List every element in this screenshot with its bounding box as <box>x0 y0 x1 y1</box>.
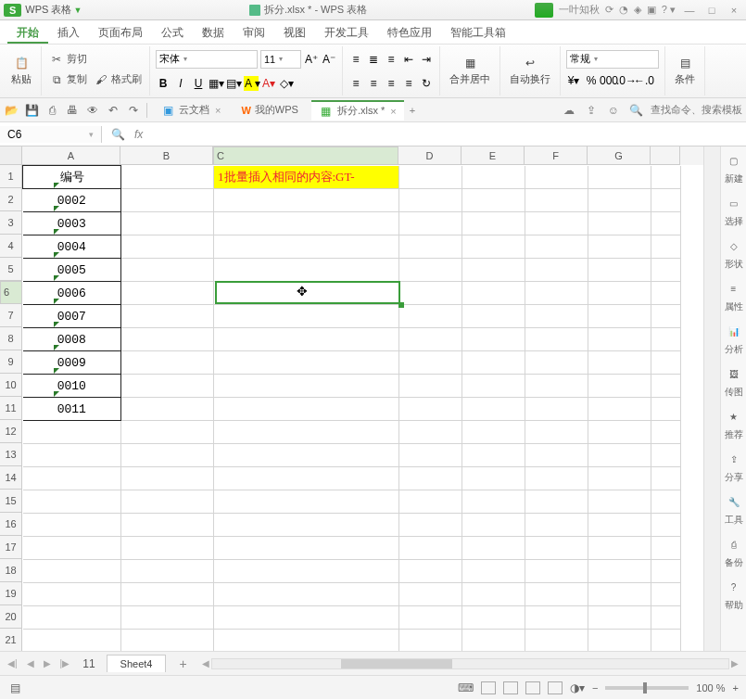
guide-icon[interactable]: ◑▾ <box>570 681 585 695</box>
sync-icon[interactable]: ⟳ <box>605 4 613 16</box>
align-mid-icon[interactable]: ≣ <box>366 52 381 67</box>
menu-data[interactable]: 数据 <box>193 20 234 44</box>
cell[interactable] <box>121 189 214 212</box>
wrap-button[interactable]: ↩自动换行 <box>506 54 554 88</box>
cell[interactable] <box>588 166 651 189</box>
cell[interactable]: 0005 <box>23 259 121 282</box>
cell[interactable] <box>462 375 525 398</box>
cell[interactable] <box>651 583 681 606</box>
right-panel-传图[interactable]: 🖼传图 <box>725 369 743 399</box>
view-normal-icon[interactable] <box>481 681 496 694</box>
cell[interactable] <box>121 375 214 398</box>
italic-button[interactable]: I <box>173 76 188 91</box>
cell[interactable] <box>525 305 588 328</box>
help-dd-icon[interactable]: ? ▾ <box>662 4 676 16</box>
cell[interactable] <box>462 351 525 375</box>
cell[interactable]: 0009 <box>23 351 121 375</box>
indent-dec-icon[interactable]: ⇤ <box>401 52 416 67</box>
cell[interactable] <box>121 305 214 328</box>
row-header[interactable]: 8 <box>0 327 22 350</box>
cell[interactable] <box>399 444 462 467</box>
cell[interactable] <box>121 560 214 583</box>
cell[interactable] <box>214 212 399 235</box>
cell[interactable] <box>588 630 651 652</box>
col-header-G[interactable]: G <box>588 146 651 165</box>
row-header[interactable]: 15 <box>0 490 22 513</box>
cell[interactable] <box>588 537 651 560</box>
cell[interactable] <box>651 351 681 375</box>
align-center-icon[interactable]: ≡ <box>366 76 381 91</box>
cell[interactable] <box>399 375 462 398</box>
row-header[interactable]: 20 <box>0 605 22 629</box>
menu-view[interactable]: 视图 <box>274 20 315 44</box>
row-header[interactable]: 19 <box>0 582 22 605</box>
cell[interactable] <box>121 490 214 514</box>
cell[interactable] <box>588 305 651 328</box>
view-reader-icon[interactable] <box>548 681 563 694</box>
cell[interactable] <box>214 606 399 630</box>
status-menu-icon[interactable]: ▤ <box>7 681 22 695</box>
cell[interactable] <box>23 467 121 490</box>
row-header[interactable]: 7 <box>0 304 22 327</box>
user-icon[interactable]: ☺ <box>606 103 621 118</box>
paste-button[interactable]: 📋 粘贴 <box>7 54 35 88</box>
cell[interactable] <box>214 421 399 444</box>
cell[interactable] <box>525 398 588 421</box>
cell[interactable] <box>399 166 462 189</box>
cell[interactable] <box>462 235 525 259</box>
cell[interactable] <box>588 490 651 514</box>
cell[interactable] <box>214 398 399 421</box>
align-left-icon[interactable]: ≡ <box>348 76 363 91</box>
cell[interactable] <box>525 606 588 630</box>
name-box-dd-icon[interactable]: ▾ <box>89 130 94 139</box>
cell[interactable] <box>651 282 681 305</box>
cell[interactable] <box>23 490 121 514</box>
cell[interactable] <box>588 444 651 467</box>
cell[interactable]: 0006 <box>23 282 121 305</box>
cell[interactable] <box>399 351 462 375</box>
cell[interactable]: 0008 <box>23 328 121 351</box>
cell[interactable] <box>588 467 651 490</box>
row-header[interactable]: 12 <box>0 420 22 443</box>
conditional-button[interactable]: ▤条件 <box>671 54 699 88</box>
zoom-slider[interactable] <box>605 686 689 690</box>
cell[interactable] <box>121 212 214 235</box>
cell[interactable] <box>651 398 681 421</box>
col-header-C[interactable]: C <box>213 146 398 165</box>
decrease-font-icon[interactable]: A⁻ <box>322 52 336 67</box>
tab-current-doc[interactable]: ▦拆分.xlsx *× <box>311 100 404 121</box>
app-menu-dd-icon[interactable]: ▼ <box>73 6 82 15</box>
cell[interactable] <box>651 606 681 630</box>
undo-icon[interactable]: ↶ <box>106 103 120 118</box>
view-page-icon[interactable] <box>503 681 518 694</box>
cell[interactable] <box>651 630 681 652</box>
fx-button[interactable]: fx <box>134 128 143 141</box>
cell[interactable] <box>525 490 588 514</box>
row-header[interactable]: 4 <box>0 235 22 258</box>
cell[interactable] <box>525 421 588 444</box>
cell[interactable] <box>121 398 214 421</box>
cell[interactable] <box>651 421 681 444</box>
cell[interactable] <box>462 583 525 606</box>
cell[interactable] <box>399 537 462 560</box>
cell[interactable] <box>651 305 681 328</box>
sheet-tab-active[interactable]: Sheet4 <box>107 655 167 672</box>
row-header[interactable]: 14 <box>0 466 22 490</box>
add-sheet-button[interactable]: + <box>171 656 194 671</box>
fill-handle[interactable] <box>398 302 404 308</box>
cell[interactable] <box>588 351 651 375</box>
right-panel-分享[interactable]: ⇪分享 <box>725 454 743 484</box>
zoom-in-button[interactable]: + <box>733 682 739 694</box>
cell[interactable] <box>214 583 399 606</box>
cell[interactable] <box>121 421 214 444</box>
cell[interactable] <box>651 444 681 467</box>
cell[interactable] <box>121 537 214 560</box>
menu-layout[interactable]: 页面布局 <box>89 20 152 44</box>
cell[interactable] <box>121 467 214 490</box>
row-header[interactable]: 6 <box>0 281 22 304</box>
menu-formula[interactable]: 公式 <box>152 20 193 44</box>
cell[interactable] <box>651 166 681 189</box>
cell[interactable] <box>651 514 681 537</box>
font-color-button[interactable]: A▾ <box>261 76 276 91</box>
cell[interactable] <box>121 351 214 375</box>
